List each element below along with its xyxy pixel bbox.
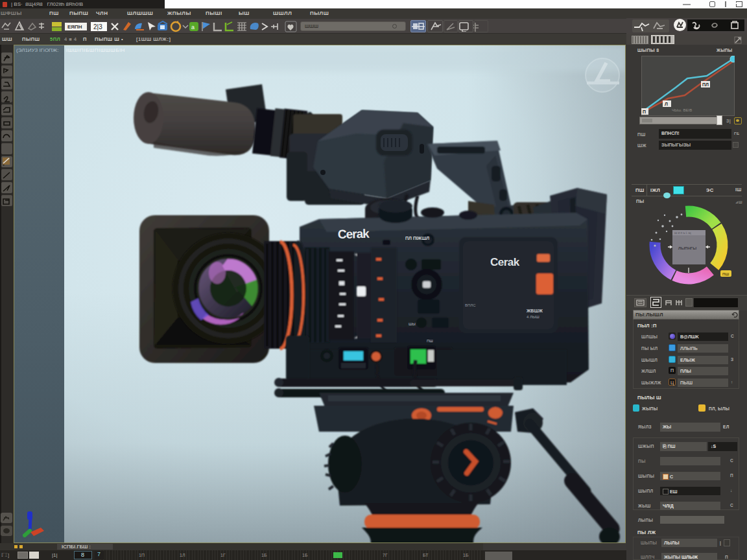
svg-text:ПШ: ПШ [722, 272, 729, 276]
svg-text:ЛЫПНГЫ: ЛЫПНГЫ [678, 246, 696, 250]
svg-text:ПШ: ПШ [427, 339, 433, 343]
svg-text:П: П [643, 110, 646, 114]
svg-text:ШЫ: ШЫ [409, 322, 416, 326]
svg-text:a: a [191, 24, 195, 30]
svg-text:4 ЛЫШ: 4 ЛЫШ [527, 315, 540, 319]
svg-text:Cerak: Cerak [338, 227, 370, 241]
svg-text:ПЛ ПІЖШЛ: ПЛ ПІЖШЛ [405, 236, 429, 240]
svg-text:2|3: 2|3 [93, 23, 102, 30]
svg-text:ЖВШЖ: ЖВШЖ [526, 309, 543, 313]
svg-text:ПЛ: ПЛ [702, 82, 709, 87]
svg-text:ш и п ь і. щ: ш и п ь і. щ [674, 231, 691, 235]
svg-text:ЧЫш. ВЕІВ: ЧЫш. ВЕІВ [672, 108, 692, 112]
svg-text:Cerak: Cerak [490, 256, 520, 268]
svg-text:ВПЛС: ВПЛС [465, 303, 476, 307]
svg-text:Л: Л [665, 102, 668, 106]
svg-text:ЕЯПН: ЕЯПН [67, 24, 82, 30]
